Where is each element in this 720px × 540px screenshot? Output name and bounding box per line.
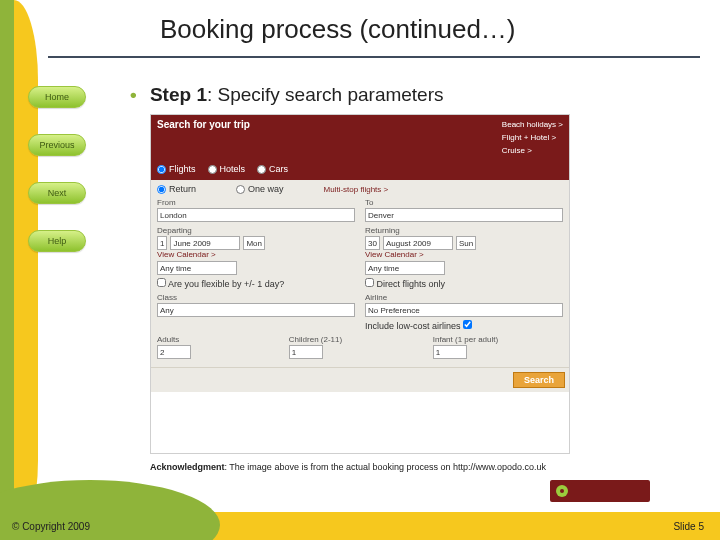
ret-dow: Sun xyxy=(456,236,476,250)
nav-home[interactable]: Home xyxy=(28,86,86,108)
direct-checkbox[interactable]: Direct flights only xyxy=(365,279,445,289)
link-multistop[interactable]: Multi-stop flights > xyxy=(324,185,389,194)
step-sep: : xyxy=(207,84,218,105)
nav-next[interactable]: Next xyxy=(28,182,86,204)
ack-text: : The image above is from the actual boo… xyxy=(225,462,547,472)
dep-day[interactable]: 1 xyxy=(157,236,167,250)
infants-select[interactable]: 1 xyxy=(433,345,467,359)
copyright: © Copyright 2009 xyxy=(12,521,90,532)
adults-select[interactable]: 2 xyxy=(157,345,191,359)
title-rule xyxy=(48,56,700,58)
form-title: Search for your trip xyxy=(157,119,250,158)
children-label: Children (2-11) xyxy=(289,335,423,344)
search-button[interactable]: Search xyxy=(513,372,565,388)
nav-previous[interactable]: Previous xyxy=(28,134,86,156)
children-select[interactable]: 1 xyxy=(289,345,323,359)
step-bullet: • Step 1: Specify search parameters xyxy=(130,84,444,106)
flex-checkbox[interactable]: Are you flexible by +/- 1 day? xyxy=(157,279,284,289)
slide-number: Slide 5 xyxy=(673,521,704,532)
ret-day[interactable]: 30 xyxy=(365,236,380,250)
opodo-logo xyxy=(550,480,650,502)
returning-label: Returning xyxy=(365,226,563,235)
radio-hotels[interactable]: Hotels xyxy=(208,164,246,174)
nav-help[interactable]: Help xyxy=(28,230,86,252)
airline-label: Airline xyxy=(365,293,563,302)
link-cruise[interactable]: Cruise > xyxy=(502,145,563,157)
radio-flights[interactable]: Flights xyxy=(157,164,196,174)
lowcost-checkbox[interactable]: Include low-cost airlines xyxy=(365,321,472,331)
product-radios: Flights Hotels Cars xyxy=(151,162,569,180)
to-label: To xyxy=(365,198,563,207)
footer-decor xyxy=(0,506,720,540)
adults-label: Adults xyxy=(157,335,279,344)
view-calendar[interactable]: View Calendar > xyxy=(157,250,355,259)
ack-label: Acknowledgment xyxy=(150,462,225,472)
page-title: Booking process (continued…) xyxy=(160,14,700,45)
acknowledgment: Acknowledgment: The image above is from … xyxy=(150,462,546,472)
opodo-o-icon xyxy=(556,485,568,497)
from-label: From xyxy=(157,198,355,207)
airline-select[interactable]: No Preference xyxy=(365,303,563,317)
radio-oneway[interactable]: One way xyxy=(236,184,284,194)
header-links: Beach holidays > Flight + Hotel > Cruise… xyxy=(502,119,563,158)
ret-time[interactable]: Any time xyxy=(365,261,445,275)
departing-label: Departing xyxy=(157,226,355,235)
nav-pills: Home Previous Next Help xyxy=(28,86,100,278)
radio-return[interactable]: Return xyxy=(157,184,196,194)
class-label: Class xyxy=(157,293,355,302)
step-text: Specify search parameters xyxy=(218,84,444,105)
class-select[interactable]: Any xyxy=(157,303,355,317)
to-input[interactable]: Denver xyxy=(365,208,563,222)
link-beach[interactable]: Beach holidays > xyxy=(502,119,563,131)
step-label: Step 1 xyxy=(150,84,207,105)
dep-dow: Mon xyxy=(243,236,265,250)
view-calendar-2[interactable]: View Calendar > xyxy=(365,250,563,259)
dep-time[interactable]: Any time xyxy=(157,261,237,275)
radio-cars[interactable]: Cars xyxy=(257,164,288,174)
link-flight-hotel[interactable]: Flight + Hotel > xyxy=(502,132,563,144)
from-input[interactable]: London xyxy=(157,208,355,222)
infants-label: Infant (1 per adult) xyxy=(433,335,567,344)
ret-month[interactable]: August 2009 xyxy=(383,236,453,250)
bullet-dot: • xyxy=(130,84,137,105)
dep-month[interactable]: June 2009 xyxy=(170,236,240,250)
booking-form-image: Search for your trip Beach holidays > Fl… xyxy=(150,114,570,454)
